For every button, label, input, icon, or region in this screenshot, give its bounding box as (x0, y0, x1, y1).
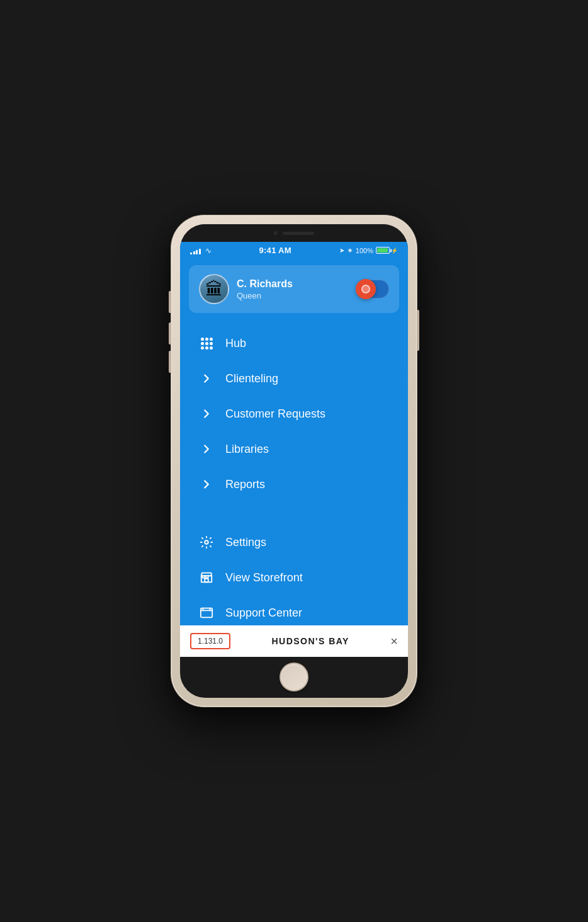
toggle-thumb-inner (361, 285, 370, 293)
signal-bars (190, 247, 201, 254)
menu-item-reports[interactable]: Reports (180, 467, 408, 502)
menu-item-clienteling[interactable]: Clienteling (180, 361, 408, 396)
close-button[interactable]: × (390, 635, 398, 647)
reports-label: Reports (225, 478, 265, 491)
menu-item-hub[interactable]: Hub (180, 326, 408, 361)
menu-item-libraries[interactable]: Libraries (180, 431, 408, 467)
hub-label: Hub (225, 337, 246, 350)
support-center-label: Support Center (225, 606, 302, 620)
home-button[interactable] (280, 663, 308, 692)
status-toggle[interactable] (356, 280, 389, 299)
main-menu: Hub Clienteling (180, 321, 408, 507)
brand-name: HUDSON'S BAY (271, 636, 349, 646)
grid-icon (199, 336, 214, 351)
bottom-menu: Settings (180, 520, 408, 625)
avatar-image (200, 275, 228, 303)
signal-bar-3 (196, 250, 198, 254)
chevron-right-icon-clienteling (199, 371, 214, 386)
profile-left: C. Richards Queen (199, 274, 293, 304)
status-left: ∿ (190, 246, 212, 255)
menu-divider (180, 507, 408, 520)
view-storefront-label: View Storefront (225, 571, 303, 584)
battery-fill (377, 248, 388, 253)
status-bar: ∿ 9:41 AM ➤ ✶ 100% ⚡ (180, 242, 408, 258)
app-screen: ∿ 9:41 AM ➤ ✶ 100% ⚡ (180, 242, 408, 657)
location-icon: ➤ (339, 247, 344, 254)
footer-bar: 1.131.0 HUDSON'S BAY × (180, 625, 408, 657)
libraries-label: Libraries (225, 443, 269, 456)
status-time: 9:41 AM (259, 246, 291, 255)
store-icon (199, 570, 214, 585)
signal-bar-2 (193, 251, 195, 254)
status-right: ➤ ✶ 100% ⚡ (339, 246, 398, 255)
menu-item-view-storefront[interactable]: View Storefront (180, 560, 408, 595)
profile-info: C. Richards Queen (237, 278, 293, 300)
toggle-thumb (356, 279, 376, 299)
charging-icon: ⚡ (391, 248, 398, 254)
bluetooth-icon: ✶ (347, 246, 353, 255)
profile-subtitle: Queen (237, 291, 293, 300)
settings-label: Settings (225, 536, 266, 549)
battery-percentage: 100% (356, 247, 373, 254)
toggle-track[interactable] (356, 280, 389, 299)
clienteling-label: Clienteling (225, 372, 278, 385)
phone-top-bar (180, 224, 408, 242)
camera-dot (274, 231, 278, 235)
menu-item-customer-requests[interactable]: Customer Requests (180, 396, 408, 431)
customer-requests-label: Customer Requests (225, 407, 325, 421)
chevron-right-icon-requests (199, 406, 214, 421)
profile-name: C. Richards (237, 278, 293, 290)
avatar (199, 274, 229, 304)
menu-item-support-center[interactable]: Support Center (180, 595, 408, 625)
support-icon (199, 605, 214, 620)
svg-point-0 (205, 540, 208, 544)
speaker-slot (283, 232, 314, 235)
app-content[interactable]: C. Richards Queen (180, 258, 408, 625)
signal-bar-1 (190, 253, 192, 254)
gear-icon (199, 535, 214, 550)
phone-device: ∿ 9:41 AM ➤ ✶ 100% ⚡ (171, 215, 417, 707)
menu-item-settings[interactable]: Settings (180, 525, 408, 560)
battery-icon (376, 247, 390, 254)
version-badge: 1.131.0 (190, 633, 230, 649)
phone-inner: ∿ 9:41 AM ➤ ✶ 100% ⚡ (180, 224, 408, 698)
wifi-icon: ∿ (205, 246, 212, 255)
profile-card[interactable]: C. Richards Queen (189, 265, 399, 313)
chevron-right-icon-reports (199, 477, 214, 492)
chevron-right-icon-libraries (199, 441, 214, 457)
signal-bar-4 (199, 249, 201, 254)
svg-rect-1 (205, 579, 208, 583)
